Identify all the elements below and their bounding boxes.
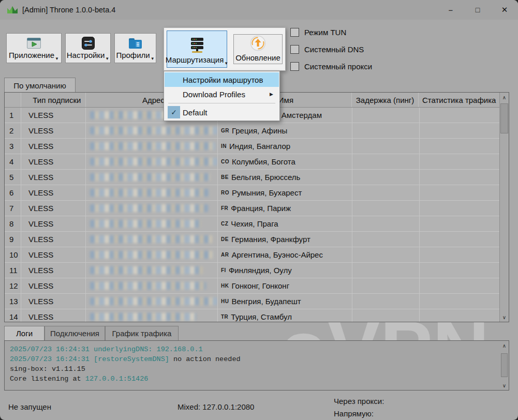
table-scrollbar[interactable]: ∧ ∨ xyxy=(499,93,509,322)
row-traffic xyxy=(420,139,500,154)
tab-traffic-graph[interactable]: График трафика xyxy=(105,326,179,340)
server-location: Турция, Стамбул xyxy=(231,312,292,321)
table-row[interactable]: 14 VLESS TRТурция, Стамбул xyxy=(5,309,509,322)
settings-button[interactable]: Настройки▼ xyxy=(65,33,111,63)
redacted-address-blur xyxy=(90,127,217,134)
header-index[interactable] xyxy=(5,93,21,107)
table-row[interactable]: 4 VLESS COКолумбия, Богота xyxy=(5,154,509,170)
row-ping xyxy=(352,108,420,123)
row-number: 7 xyxy=(5,201,21,216)
scrollbar-thumb[interactable] xyxy=(500,103,508,133)
row-address-redacted xyxy=(86,185,218,200)
maximize-button[interactable]: □ xyxy=(464,0,491,20)
row-subscription-type: VLESS xyxy=(21,170,86,185)
row-traffic xyxy=(420,232,500,247)
system-proxy-checkbox-row[interactable]: Системный прокси xyxy=(290,62,372,71)
server-location: Бельгия, Брюссель xyxy=(231,173,300,182)
table-row[interactable]: 9 VLESS DEГермания, Франкфурт xyxy=(5,232,509,247)
table-row[interactable]: 12 VLESS HKГонконг, Гонконг xyxy=(5,278,509,294)
tun-mode-checkbox-row[interactable]: Режим TUN xyxy=(290,28,346,37)
header-traffic[interactable]: Статистика трафика xyxy=(419,93,499,107)
table-row[interactable]: 6 VLESS ROРумыния, Бухарест xyxy=(5,185,509,201)
row-subscription-type: VLESS xyxy=(21,123,86,138)
row-subscription-type: VLESS xyxy=(21,201,86,216)
row-subscription-type: VLESS xyxy=(21,216,86,231)
row-number: 9 xyxy=(5,232,21,247)
table-row[interactable]: 13 VLESS HUВенгрия, Будапешт xyxy=(5,294,509,309)
menu-item-route-settings[interactable]: Настройки маршрутов xyxy=(165,72,279,87)
scroll-down-icon[interactable]: ∨ xyxy=(500,312,509,322)
app-logo-icon xyxy=(7,6,18,14)
tab-logs[interactable]: Логи xyxy=(4,326,45,340)
scroll-up-icon[interactable]: ∧ xyxy=(500,93,509,102)
row-subscription-type: VLESS xyxy=(21,309,86,322)
row-subscription-type: VLESS xyxy=(21,232,86,247)
checkbox-unchecked[interactable] xyxy=(290,45,299,54)
close-button[interactable]: ✕ xyxy=(491,0,518,20)
table-row[interactable]: 8 VLESS CZЧехия, Прага xyxy=(5,216,509,232)
log-panel: 2025/07/23 16:24:31 underlyingDNS: 192.1… xyxy=(4,340,509,391)
table-body: 1 VLESS NLНидерланды, Амстердам 2 VLESS … xyxy=(5,108,509,322)
minimize-button[interactable]: − xyxy=(437,0,464,20)
table-row[interactable]: 10 VLESS ARАргентина, Буэнос-Айрес xyxy=(5,247,509,263)
redacted-address-blur xyxy=(90,266,203,274)
app-window: nanoVPN nanoVPN [Admin] Throne 1.0.0-bet… xyxy=(0,0,518,420)
row-address-redacted xyxy=(86,278,218,293)
row-number: 11 xyxy=(5,263,21,278)
system-dns-checkbox-row[interactable]: Системный DNS xyxy=(290,45,364,54)
country-code: AR xyxy=(221,252,229,258)
row-ping xyxy=(352,154,420,169)
status-not-running: Не запущен xyxy=(8,402,51,411)
server-location: Аргентина, Буэнос-Айрес xyxy=(231,250,323,259)
submenu-arrow-icon: ▶ xyxy=(270,92,273,97)
row-name: DEГермания, Франкфурт xyxy=(218,232,352,247)
server-stack-icon xyxy=(188,37,206,55)
routing-button[interactable]: Маршрутизация▼ xyxy=(167,31,227,68)
table-row[interactable]: 5 VLESS BEБельгия, Брюссель xyxy=(5,170,509,185)
tab-connections[interactable]: Подключения xyxy=(45,326,105,340)
status-mixed-listen: Mixed: 127.0.0.1:2080 xyxy=(177,402,254,411)
checkbox-unchecked[interactable] xyxy=(290,28,299,37)
application-button[interactable]: Приложение▼ xyxy=(6,33,62,63)
row-ping xyxy=(352,216,420,231)
table-row[interactable]: 11 VLESS FIФинляндия, Оулу xyxy=(5,263,509,278)
dropdown-caret-icon: ▼ xyxy=(55,56,59,61)
row-subscription-type: VLESS xyxy=(21,278,86,293)
scroll-down-icon[interactable]: ∨ xyxy=(500,381,509,390)
row-ping xyxy=(352,278,420,293)
scroll-up-icon[interactable]: ∧ xyxy=(500,341,509,350)
scrollbar-thumb[interactable] xyxy=(501,353,508,377)
menu-item-download-profiles[interactable]: Download Profiles ▶ xyxy=(165,87,279,101)
log-scrollbar[interactable]: ∧ ∨ xyxy=(500,341,509,390)
menu-separator xyxy=(168,103,275,103)
profiles-button[interactable]: Профили▼ xyxy=(114,33,156,63)
table-row[interactable]: 7 VLESS FRФранция, Париж xyxy=(5,201,509,216)
row-address-redacted xyxy=(86,139,218,154)
update-button[interactable]: Обновление xyxy=(233,34,283,64)
server-location: Индия, Бангалор xyxy=(229,142,290,151)
checkbox-unchecked[interactable] xyxy=(290,62,299,71)
dropdown-caret-icon: ▼ xyxy=(151,56,155,61)
country-code: CO xyxy=(221,159,229,164)
row-subscription-type: VLESS xyxy=(21,139,86,154)
header-ping[interactable]: Задержка (пинг) xyxy=(352,93,419,107)
row-subscription-type: VLESS xyxy=(21,263,86,278)
row-traffic xyxy=(420,263,500,278)
table-row[interactable]: 3 VLESS INИндия, Бангалор xyxy=(5,139,509,154)
row-subscription-type: VLESS xyxy=(21,108,86,123)
dropdown-caret-icon: ▼ xyxy=(105,56,109,61)
row-address-redacted xyxy=(86,154,218,169)
menu-item-default-profile[interactable]: ✓ Default xyxy=(165,105,279,119)
row-address-redacted xyxy=(86,247,218,262)
redacted-address-blur xyxy=(90,251,213,259)
row-ping xyxy=(352,201,420,216)
row-address-redacted xyxy=(86,123,218,138)
dropdown-caret-icon: ▼ xyxy=(224,61,228,66)
server-location: Румыния, Бухарест xyxy=(232,188,302,197)
row-number: 12 xyxy=(5,278,21,293)
table-row[interactable]: 2 VLESS GRГреция, Афины xyxy=(5,123,509,139)
country-code: IN xyxy=(221,143,227,149)
update-arrow-icon xyxy=(250,35,266,53)
header-subscription-type[interactable]: Тип подписки xyxy=(21,93,86,107)
tab-default-profile[interactable]: По умолчанию xyxy=(4,78,76,93)
